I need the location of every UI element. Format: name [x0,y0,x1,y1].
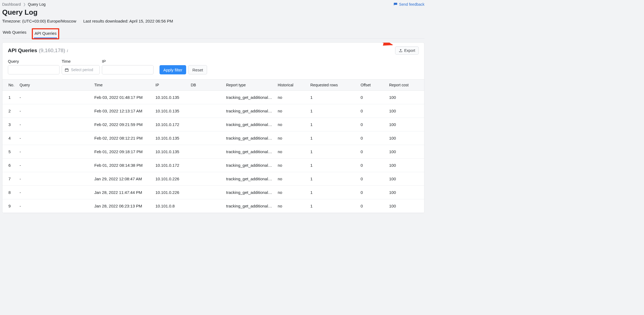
cell-query: - [17,199,92,213]
cell-historical: no [276,199,308,213]
cell-requested_rows: 1 [308,118,358,131]
table-row[interactable]: 5-Feb 01, 2022 09:18:17 PM10.101.0.135tr… [2,145,424,159]
cell-ip: 10.101.0.8 [153,199,189,213]
cell-query: - [17,91,92,104]
col-no[interactable]: No. [2,80,17,91]
breadcrumb-root[interactable]: Dashboard [2,2,21,7]
cell-report_cost: 100 [387,131,424,145]
last-download-text: Last results downloaded: April 15, 2022 … [83,19,173,23]
apply-filter-button[interactable]: Apply filter [160,65,186,74]
cell-query: - [17,145,92,159]
svg-rect-1 [65,69,68,71]
cell-report_type: tracking_get_additional_in [224,91,276,104]
time-period-picker[interactable]: Select period [62,65,100,74]
cell-no: 8 [2,186,17,199]
info-icon[interactable]: i [67,48,68,53]
tab-web-queries[interactable]: Web Queries [2,28,27,38]
cell-historical: no [276,91,308,104]
col-historical[interactable]: Historical [276,80,308,91]
cell-ip: 10.101.0.135 [153,91,189,104]
feedback-icon [393,2,398,7]
table-row[interactable]: 7-Jan 29, 2022 12:08:47 AM10.101.0.226tr… [2,172,424,186]
col-report-type[interactable]: Report type [224,80,276,91]
cell-db [189,131,224,145]
cell-db [189,172,224,186]
ip-input[interactable] [102,65,154,74]
cell-ip: 10.101.0.172 [153,118,189,131]
table-row[interactable]: 6-Feb 01, 2022 08:14:38 PM10.101.0.172tr… [2,159,424,172]
cell-time: Feb 01, 2022 08:14:38 PM [92,159,153,172]
cell-ip: 10.101.0.172 [153,159,189,172]
cell-query: - [17,172,92,186]
table-row[interactable]: 3-Feb 02, 2022 09:21:59 PM10.101.0.172tr… [2,118,424,131]
cell-time: Feb 03, 2022 01:48:17 PM [92,91,153,104]
col-query[interactable]: Query [17,80,92,91]
annotation-arrow-icon [346,42,395,46]
timezone-text: Timezone: (UTC+03:00) Europe/Moscow [2,19,76,23]
cell-offset: 0 [358,118,387,131]
cell-historical: no [276,145,308,159]
col-db[interactable]: DB [189,80,224,91]
table-row[interactable]: 8-Jan 28, 2022 11:47:44 PM10.101.0.226tr… [2,186,424,199]
cell-historical: no [276,104,308,118]
cell-time: Jan 29, 2022 12:08:47 AM [92,172,153,186]
time-filter-label: Time [62,59,100,64]
annotation-highlight: API Queries [32,28,59,39]
cell-requested_rows: 1 [308,186,358,199]
cell-no: 1 [2,91,17,104]
cell-offset: 0 [358,159,387,172]
cell-historical: no [276,186,308,199]
cell-ip: 10.101.0.226 [153,186,189,199]
cell-no: 9 [2,199,17,213]
card-count: (9,160,178) [39,48,65,53]
cell-offset: 0 [358,199,387,213]
cell-query: - [17,104,92,118]
table-row[interactable]: 2-Feb 03, 2022 12:13:17 AM10.101.0.135tr… [2,104,424,118]
cell-requested_rows: 1 [308,91,358,104]
cell-no: 3 [2,118,17,131]
reset-button[interactable]: Reset [188,65,207,74]
query-filter-label: Query [8,59,60,64]
export-label: Export [404,48,415,53]
col-report-cost[interactable]: Report cost [387,80,424,91]
cell-query: - [17,131,92,145]
cell-report_cost: 100 [387,159,424,172]
cell-ip: 10.101.0.135 [153,145,189,159]
cell-report_type: tracking_get_additional_in [224,172,276,186]
cell-time: Feb 02, 2022 08:12:21 PM [92,131,153,145]
chevron-right-icon: ❯ [23,2,26,6]
cell-db [189,145,224,159]
breadcrumb: Dashboard ❯ Query Log [2,2,46,7]
cell-db [189,159,224,172]
cell-report_type: tracking_get_additional_in [224,199,276,213]
col-offset[interactable]: Offset [358,80,387,91]
card-title-text: API Queries [8,48,37,53]
col-time[interactable]: Time [92,80,153,91]
cell-report_cost: 100 [387,145,424,159]
cell-db [189,91,224,104]
export-button[interactable]: Export [395,46,419,55]
cell-historical: no [276,131,308,145]
cell-no: 4 [2,131,17,145]
table-row[interactable]: 4-Feb 02, 2022 08:12:21 PM10.101.0.135tr… [2,131,424,145]
cell-report_type: tracking_get_additional_in [224,118,276,131]
cell-offset: 0 [358,104,387,118]
query-input[interactable] [8,65,60,74]
send-feedback-link[interactable]: Send feedback [393,2,424,7]
cell-db [189,186,224,199]
cell-db [189,118,224,131]
col-requested-rows[interactable]: Requested rows [308,80,358,91]
table-row[interactable]: 9-Jan 28, 2022 06:23:13 PM10.101.0.8trac… [2,199,424,213]
cell-report_cost: 100 [387,172,424,186]
cell-offset: 0 [358,131,387,145]
table-row[interactable]: 1-Feb 03, 2022 01:48:17 PM10.101.0.135tr… [2,91,424,104]
cell-report_cost: 100 [387,186,424,199]
cell-query: - [17,118,92,131]
cell-report_cost: 100 [387,104,424,118]
cell-time: Jan 28, 2022 06:23:13 PM [92,199,153,213]
cell-report_cost: 100 [387,199,424,213]
cell-offset: 0 [358,172,387,186]
cell-report_cost: 100 [387,91,424,104]
tab-api-queries[interactable]: API Queries [34,29,57,38]
col-ip[interactable]: IP [153,80,189,91]
